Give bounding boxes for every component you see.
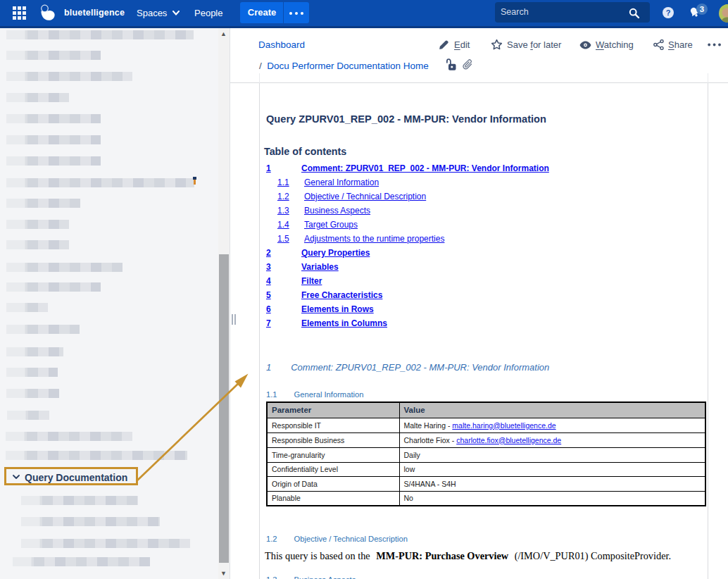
svg-text:?: ? [666,8,671,17]
